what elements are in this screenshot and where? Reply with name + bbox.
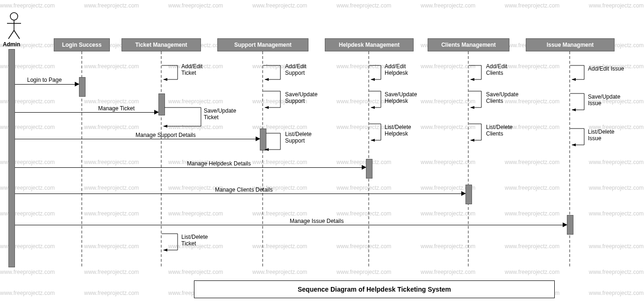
lifeline-clients: Clients Management bbox=[428, 38, 509, 51]
lbl-support-list: List/Delete Support bbox=[285, 131, 312, 144]
lbl-issue-save: Save/Update Issue bbox=[588, 93, 620, 107]
lbl-clients-save: Save/Update Clients bbox=[486, 91, 518, 104]
lifeline-support: Support Management bbox=[217, 38, 308, 51]
lifeline-issue: Issue Managment bbox=[526, 38, 615, 51]
activation-login bbox=[79, 77, 86, 97]
arrowhead-issue bbox=[563, 222, 567, 227]
arrowhead-login bbox=[75, 82, 79, 86]
lbl-issue-list: List/Delete Issue bbox=[588, 129, 615, 142]
lifeline-login: Login Success bbox=[54, 38, 110, 51]
lbl-support-save: Save/Update Support bbox=[285, 91, 317, 104]
label-helpdesk: Manage Helpdesk Details bbox=[187, 160, 251, 167]
arrow-ticket bbox=[15, 112, 157, 113]
activation-support bbox=[260, 129, 266, 150]
arrowhead-helpdesk bbox=[362, 165, 366, 170]
arrow-clients bbox=[15, 194, 465, 194]
label-issue: Manage Issue Details bbox=[290, 218, 343, 224]
arrow-support bbox=[15, 139, 259, 139]
svg-line-4 bbox=[14, 30, 20, 39]
lbl-issue-add: Add/Edit Issue bbox=[588, 65, 624, 72]
lbl-ticket-add: Add/Edit Ticket bbox=[181, 63, 202, 76]
lbl-helpdesk-save: Save/Update Helpdesk bbox=[385, 91, 417, 104]
admin-activation bbox=[8, 49, 15, 267]
actor-icon bbox=[5, 12, 23, 40]
lifeline-ticket: Ticket Management bbox=[122, 38, 201, 51]
arrow-helpdesk bbox=[15, 167, 365, 168]
actor-label: Admin bbox=[3, 41, 20, 48]
svg-point-0 bbox=[10, 13, 18, 20]
arrowhead-clients bbox=[461, 191, 466, 196]
lbl-helpdesk-list: List/Delete Helpdesk bbox=[385, 124, 411, 137]
lifeline-dash-support bbox=[262, 51, 263, 266]
svg-line-3 bbox=[8, 30, 14, 39]
activation-issue bbox=[567, 215, 573, 235]
lbl-ticket-list: List/Delete Ticket bbox=[181, 234, 208, 247]
activation-ticket bbox=[158, 93, 165, 115]
diagram-title: Sequence Diagram of Helpdesk Ticketing S… bbox=[194, 280, 555, 298]
arrowhead-support bbox=[256, 136, 260, 141]
arrow-login bbox=[15, 84, 78, 85]
lbl-clients-list: List/Delete Clients bbox=[486, 124, 513, 137]
lbl-helpdesk-add: Add/Edit Helpdesk bbox=[385, 63, 408, 76]
label-login: Login to Page bbox=[27, 77, 62, 83]
lifeline-dash-clients bbox=[468, 51, 469, 266]
label-support: Manage Support Details bbox=[136, 132, 196, 138]
arrow-issue bbox=[15, 225, 566, 225]
activation-helpdesk bbox=[366, 159, 372, 179]
label-ticket: Manage Ticket bbox=[98, 105, 135, 112]
lifeline-helpdesk: Helpdesk Management bbox=[325, 38, 414, 51]
lbl-clients-add: Add/Edit Clients bbox=[486, 63, 507, 76]
label-clients: Manage Clients Details bbox=[215, 186, 272, 193]
arrowhead-ticket bbox=[154, 110, 159, 115]
lbl-ticket-save: Save/Update Ticket bbox=[204, 108, 236, 121]
lifeline-dash-ticket bbox=[161, 51, 162, 266]
lbl-support-add: Add/Edit Support bbox=[285, 63, 306, 76]
activation-clients bbox=[465, 185, 472, 204]
